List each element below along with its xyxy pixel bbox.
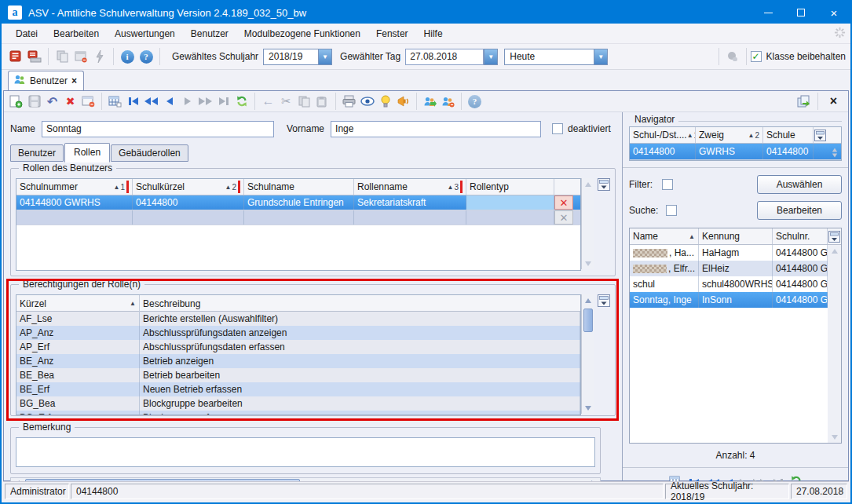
user-list-scrollbar[interactable] [828,245,841,443]
user-import-icon[interactable] [421,93,439,110]
info-icon[interactable] [118,47,137,66]
menu-bearbeiten[interactable]: Bearbeiten [46,25,107,42]
tag-date-chevron-icon[interactable]: ▼ [484,49,498,65]
column-header-schule[interactable]: Schule [763,127,814,143]
delete-record-icon[interactable]: ✖ [61,93,79,110]
column-config-icon[interactable] [598,178,610,193]
subtab-gebaeuderollen[interactable]: Gebäuderollen [111,144,188,162]
close-button[interactable]: × [817,2,850,24]
nav-last-icon[interactable] [214,93,232,110]
spin-up-icon[interactable] [832,148,837,152]
cut-icon[interactable]: ✂ [277,93,295,110]
nav-back-icon[interactable] [160,93,178,110]
menu-modulbezogene-funktionen[interactable]: Modulbezogene Funktionen [236,25,368,42]
module-help-icon[interactable] [466,93,484,110]
menu-fenster[interactable]: Fenster [368,25,416,42]
scroll-down-icon[interactable] [585,406,591,411]
user-remove-icon[interactable] [439,93,457,110]
column-header-schulname[interactable]: Schulname [244,179,354,195]
auswaehlen-button[interactable]: Auswählen [757,175,842,194]
scroll-up-icon[interactable] [585,298,591,303]
filter-checkbox[interactable] [662,179,673,190]
maximize-button[interactable] [784,2,817,24]
column-header-schulnummer[interactable]: Schulnummer ▲1 [16,179,133,195]
save-icon[interactable] [25,93,43,110]
table-row[interactable]: BE_ErfNeuen Betrieb erfassen [16,382,580,396]
module-close-icon[interactable]: × [822,94,845,108]
copy-icon[interactable] [295,93,313,110]
vorname-input[interactable]: Inge [331,121,541,137]
list-item[interactable]: schul schul4800WRHS 04144800 GW... [630,276,841,292]
print-icon[interactable] [340,93,358,110]
tag-date-input[interactable]: 27.08.2018 [405,49,484,65]
report-print-icon[interactable] [25,47,44,66]
refresh-icon[interactable] [232,93,250,110]
list-item-selected[interactable]: Sonntag, Inge InSonn 04144800 GW... [630,292,841,308]
tip-bulb-icon[interactable] [376,93,394,110]
list-item[interactable]: , Ha... HaHagm 04144800 GW... [630,245,841,261]
announce-horn-icon[interactable] [394,93,412,110]
tag-mode-select[interactable]: Heute ▼ [504,49,608,65]
table-row[interactable]: AP_AnzAbschlussprüfungsdaten anzeigen [16,326,580,340]
scroll-up-icon[interactable] [832,249,838,254]
column-header-schulkuerzel[interactable]: Schulkürzel ▲2 [133,179,244,195]
spin-down-icon[interactable] [832,153,837,157]
table-view-icon[interactable] [106,93,124,110]
row-spinner[interactable] [829,144,840,160]
column-header-rollenname[interactable]: Rollenname ▲3 [354,179,466,195]
table-row[interactable]: BE_AnzBetrieb anzeigen [16,354,580,368]
table-row[interactable]: BE_BeaBetrieb bearbeiten [16,368,580,382]
table-row[interactable]: 04144800 GWRHS 04144800 [630,144,841,160]
table-row[interactable]: AP_ErfAbschlussprüfungsdaten erfassen [16,340,580,354]
copy-pages-icon[interactable] [53,47,71,66]
menu-benutzer[interactable]: Benutzer [183,25,236,42]
paste-icon[interactable] [313,93,331,110]
new-record-icon[interactable] [7,93,25,110]
menu-datei[interactable]: Datei [8,25,46,42]
tab-benutzer[interactable]: Benutzer × [8,71,84,91]
scroll-down-icon[interactable] [832,435,838,440]
column-config-icon[interactable] [814,127,841,143]
nav-fast-forward-icon[interactable] [196,93,214,110]
subtab-rollen[interactable]: Rollen [64,143,110,163]
edit-record-icon[interactable] [79,93,97,110]
column-config-icon[interactable] [828,228,841,244]
column-header-zweig[interactable]: Zweig ▲2 [696,127,763,143]
klasse-beibehalten-checkbox[interactable] [751,51,762,62]
report-book-icon[interactable] [6,47,25,66]
lock-icon[interactable] [723,47,742,66]
undo-icon[interactable]: ↶ [43,93,61,110]
table-row[interactable]: 04144800 GWRHS 04144800 Grundschule Entr… [16,195,580,210]
column-header-rollentyp[interactable]: Rollentyp [466,179,554,195]
help-icon[interactable] [137,47,155,66]
nav-forward-icon[interactable] [178,93,196,110]
delete-role-icon[interactable]: ✕ [554,195,573,210]
preview-eye-icon[interactable] [358,93,376,110]
menu-hilfe[interactable]: Hilfe [416,25,451,42]
table-row[interactable]: ✕ [16,210,580,225]
bemerkung-textarea[interactable] [16,437,595,467]
scroll-up-icon[interactable] [585,182,591,187]
column-header-name[interactable]: Name ▲ [630,228,699,244]
minimize-button[interactable] [751,2,784,24]
table-row[interactable]: BG_ErfBlockgruppe erfassen [16,411,580,415]
jump-back-icon[interactable]: ← [259,93,277,110]
scrollbar-thumb[interactable] [583,309,593,332]
name-input[interactable]: Sonntag [42,121,274,137]
window-remove-icon[interactable] [71,47,90,66]
column-config-icon[interactable] [598,294,610,309]
list-item[interactable]: , Elfr... ElHeiz 04144800 GW... [630,261,841,276]
roles-scrollbar[interactable] [581,178,594,269]
bearbeiten-button[interactable]: Bearbeiten [757,201,842,220]
chevron-down-icon[interactable]: ▼ [594,49,607,64]
switch-module-icon[interactable] [795,93,814,110]
cell-rollentyp[interactable] [466,195,554,210]
column-header-kuerzel[interactable]: Kürzel ▲ [16,295,140,312]
column-header-schul-dst[interactable]: Schul-/Dst.... ▲1 [630,127,696,143]
nav-first-icon[interactable] [124,93,142,110]
column-header-beschreibung[interactable]: Beschreibung [140,295,580,312]
tab-close-icon[interactable]: × [71,75,77,86]
column-header-kennung[interactable]: Kennung [699,228,773,244]
suche-checkbox[interactable] [666,205,677,216]
column-header-schulnr[interactable]: Schulnr. [773,228,828,244]
